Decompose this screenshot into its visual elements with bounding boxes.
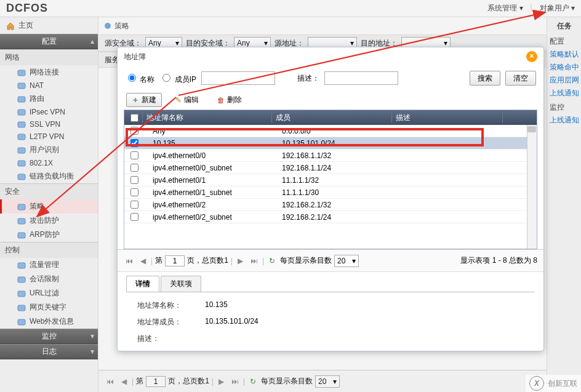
grid-scrollbar[interactable]	[527, 125, 537, 249]
detail-tabs: 详情 关联项	[118, 271, 543, 292]
detail-name-key: 地址簿名称：	[137, 300, 205, 311]
dlg-refresh-icon[interactable]: ↻	[266, 255, 278, 266]
dlg-pager-mid: 页，总页数1	[187, 255, 228, 266]
search-desc-input[interactable]	[324, 71, 398, 85]
cell-name: ipv4.ethernet0/2	[143, 201, 272, 209]
cell-member: 0.0.0.0/0	[272, 127, 392, 135]
table-row[interactable]: ipv4.ethernet0/2192.168.2.1/32	[124, 199, 537, 211]
dialog-search-bar: 名称 成员IP 描述： 搜索 清空	[118, 66, 543, 90]
cell-member: 11.1.1.1/32	[272, 176, 392, 185]
tab-detail[interactable]: 详情	[126, 276, 159, 292]
edit-button[interactable]: ✎ 编辑	[170, 94, 204, 106]
row-checkbox[interactable]	[130, 139, 138, 147]
pencil-icon: ✎	[175, 96, 182, 105]
trash-icon: 🗑	[217, 96, 225, 105]
label-desc: 描述：	[297, 73, 319, 84]
watermark: X 创新互联	[526, 375, 581, 392]
search-button[interactable]: 搜索	[470, 71, 500, 86]
tab-related[interactable]: 关联项	[161, 276, 201, 292]
row-checkbox[interactable]	[130, 164, 138, 172]
cell-name: ipv4.ethernet0/1	[143, 176, 272, 185]
cell-member: 192.168.2.1/32	[272, 201, 392, 209]
dialog-title-bar: 地址簿 ×	[118, 47, 543, 66]
detail-desc-key: 描述：	[137, 334, 205, 344]
dlg-pager-first[interactable]: ⏮	[124, 255, 135, 266]
cell-name: 10.135	[143, 139, 272, 148]
table-row[interactable]: ipv4.ethernet0/2_subnet192.168.2.1/24	[124, 211, 537, 223]
dialog-title: 地址簿	[124, 52, 146, 62]
cell-name: ipv4.ethernet0/0_subnet	[143, 164, 272, 172]
plus-icon: ＋	[132, 95, 139, 105]
cell-member: 192.168.2.1/24	[272, 213, 392, 222]
address-book-grid: 地址簿名称 成员 描述 Any0.0.0.0/010.13510.135.101…	[124, 110, 537, 249]
select-all-checkbox[interactable]	[130, 114, 138, 122]
row-checkbox[interactable]	[130, 176, 138, 184]
col-header-desc[interactable]: 描述	[392, 113, 503, 123]
dlg-pager-page-input[interactable]	[165, 255, 185, 266]
dlg-per-page-label: 每页显示条目数	[280, 255, 332, 266]
row-checkbox[interactable]	[130, 127, 138, 135]
dlg-pager-last[interactable]: ⏭	[249, 255, 260, 266]
dlg-result-text: 显示表项 1 - 8 总数为 8	[460, 255, 537, 266]
table-row[interactable]: ipv4.ethernet0/1_subnet11.1.1.1/30	[124, 186, 537, 199]
row-checkbox[interactable]	[130, 213, 138, 221]
cell-member: 192.168.1.1/32	[272, 151, 392, 160]
table-row[interactable]: ipv4.ethernet0/111.1.1.1/32	[124, 174, 537, 186]
cell-name: ipv4.ethernet0/2_subnet	[143, 213, 272, 222]
cell-name: Any	[143, 127, 272, 135]
dialog-pager: ⏮ ◀ | 第 页，总页数1 | ▶ ⏭ | ↻ 每页显示条目数 20▾ 显示表…	[118, 249, 543, 271]
cell-member: 10.135.101.0/24	[272, 139, 392, 148]
row-checkbox[interactable]	[130, 188, 138, 196]
cell-member: 192.168.1.1/24	[272, 164, 392, 172]
detail-member-val: 10.135.101.0/24	[205, 317, 258, 327]
detail-name-val: 10.135	[205, 300, 228, 311]
col-header-member[interactable]: 成员	[272, 113, 392, 123]
dialog-toolbar: ＋ 新建 ✎ 编辑 🗑 删除	[118, 90, 543, 110]
radio-name[interactable]: 名称	[125, 72, 154, 85]
new-button[interactable]: ＋ 新建	[126, 93, 162, 107]
close-icon[interactable]: ×	[526, 51, 537, 62]
radio-member-ip[interactable]: 成员IP	[159, 72, 196, 85]
delete-button[interactable]: 🗑 删除	[212, 94, 247, 106]
row-checkbox[interactable]	[130, 151, 138, 159]
clear-button[interactable]: 清空	[505, 71, 536, 86]
search-name-input[interactable]	[201, 71, 275, 85]
cell-member: 11.1.1.1/30	[272, 188, 392, 197]
watermark-logo-icon: X	[529, 376, 544, 391]
row-checkbox[interactable]	[130, 201, 138, 209]
dlg-pager-next[interactable]: ▶	[235, 255, 246, 266]
detail-member-key: 地址簿成员：	[137, 317, 205, 327]
detail-panel: 地址簿名称：10.135 地址簿成员：10.135.101.0/24 描述：	[126, 292, 535, 351]
table-row[interactable]: Any0.0.0.0/0	[124, 125, 537, 137]
dlg-per-page-select[interactable]: 20▾	[334, 255, 359, 267]
cell-name: ipv4.ethernet0/0	[143, 151, 272, 160]
table-row[interactable]: ipv4.ethernet0/0_subnet192.168.1.1/24	[124, 162, 537, 174]
col-header-name[interactable]: 地址簿名称	[143, 113, 272, 123]
dlg-pager-prev[interactable]: ◀	[137, 255, 148, 266]
table-row[interactable]: ipv4.ethernet0/0192.168.1.1/32	[124, 150, 537, 162]
cell-name: ipv4.ethernet0/1_subnet	[143, 188, 272, 197]
grid-header: 地址簿名称 成员 描述	[124, 110, 537, 125]
address-book-dialog: 地址簿 × 名称 成员IP 描述： 搜索 清空 ＋ 新建 ✎ 编辑 🗑 删除 地…	[117, 47, 544, 351]
grid-body: Any0.0.0.0/010.13510.135.101.0/24ipv4.et…	[124, 125, 537, 249]
table-row[interactable]: 10.13510.135.101.0/24	[124, 137, 537, 150]
dlg-pager-prefix: 第	[155, 255, 162, 266]
